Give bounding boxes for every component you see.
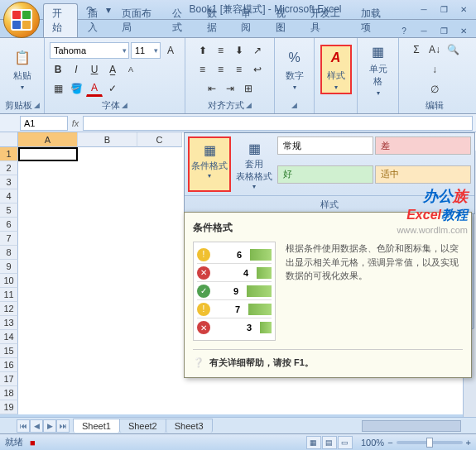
- grow-font[interactable]: A: [162, 42, 179, 59]
- office-button[interactable]: [3, 2, 40, 38]
- row-header-2[interactable]: 2: [0, 161, 18, 175]
- row-header-6[interactable]: 6: [0, 218, 18, 232]
- merge-button[interactable]: ⊞: [240, 80, 257, 97]
- help-button[interactable]: ?: [395, 24, 413, 37]
- col-header-c[interactable]: C: [137, 132, 182, 147]
- cell-grid[interactable]: [18, 147, 182, 414]
- doc-close[interactable]: ✕: [454, 24, 473, 37]
- sheet-tab-1[interactable]: Sheet1: [73, 419, 120, 433]
- wrap-text[interactable]: ↩: [249, 61, 266, 78]
- zoom-level[interactable]: 100%: [361, 438, 384, 448]
- row-header-1[interactable]: 1: [0, 147, 18, 161]
- align-left[interactable]: ≡: [195, 61, 211, 78]
- row-header-4[interactable]: 4: [0, 189, 18, 203]
- sheet-nav-prev[interactable]: ◀: [30, 419, 43, 433]
- doc-restore[interactable]: ❐: [435, 24, 453, 37]
- align-top[interactable]: ⬆: [195, 42, 211, 59]
- sheet-tab-3[interactable]: Sheet3: [166, 419, 213, 433]
- clipboard-launcher[interactable]: ◢: [34, 101, 40, 109]
- tab-developer[interactable]: 开发工具: [302, 4, 351, 37]
- row-header-18[interactable]: 18: [0, 386, 18, 400]
- autosum-button[interactable]: Σ: [408, 41, 425, 58]
- cell-style-常规[interactable]: 常规: [277, 136, 373, 155]
- phonetic-button[interactable]: ✓: [104, 80, 121, 97]
- cell-style-差[interactable]: 差: [375, 136, 471, 155]
- maximize-button[interactable]: ❐: [435, 3, 453, 17]
- fill-color-button[interactable]: 🪣: [68, 80, 84, 97]
- sheet-tab-2[interactable]: Sheet2: [119, 419, 166, 433]
- italic-button[interactable]: I: [68, 61, 84, 78]
- shrink-font[interactable]: A: [123, 61, 139, 78]
- minimize-button[interactable]: ─: [415, 3, 433, 17]
- row-header-17[interactable]: 17: [0, 372, 18, 386]
- view-layout[interactable]: ▤: [322, 436, 337, 449]
- view-pagebreak[interactable]: ▭: [338, 436, 353, 449]
- sheet-nav-last[interactable]: ⏭: [56, 419, 70, 433]
- row-header-5[interactable]: 5: [0, 203, 18, 218]
- bold-button[interactable]: B: [50, 61, 66, 78]
- horizontal-scrollbar[interactable]: [362, 420, 461, 432]
- font-name-select[interactable]: Tahoma: [50, 42, 129, 59]
- border-button[interactable]: ▦: [50, 80, 66, 97]
- view-normal[interactable]: ▦: [306, 436, 321, 449]
- row-header-8[interactable]: 8: [0, 246, 18, 260]
- cell-style-好[interactable]: 好: [277, 165, 373, 184]
- doc-minimize[interactable]: ─: [415, 24, 433, 37]
- row-header-15[interactable]: 15: [0, 344, 18, 358]
- paste-button[interactable]: 📋粘贴▾: [7, 46, 38, 93]
- select-all-corner[interactable]: [0, 132, 18, 147]
- cell-style-适中[interactable]: 适中: [375, 165, 471, 184]
- styles-button[interactable]: A样式▾: [320, 45, 352, 94]
- tab-formulas[interactable]: 公式: [164, 4, 197, 37]
- orientation[interactable]: ↗: [249, 42, 266, 59]
- row-header-11[interactable]: 11: [0, 288, 18, 302]
- clear-button[interactable]: ∅: [426, 81, 443, 98]
- row-header-3[interactable]: 3: [0, 175, 18, 189]
- row-header-16[interactable]: 16: [0, 358, 18, 372]
- format-as-table-button[interactable]: ▦套用 表格格式▾: [234, 136, 274, 192]
- col-header-a[interactable]: A: [18, 132, 78, 147]
- tab-layout[interactable]: 页面布局: [113, 4, 162, 37]
- row-header-9[interactable]: 9: [0, 260, 18, 274]
- font-launcher[interactable]: ◢: [122, 101, 127, 109]
- dbl-underline[interactable]: A̲: [104, 61, 121, 78]
- align-center[interactable]: ≡: [213, 61, 229, 78]
- row-header-14[interactable]: 14: [0, 330, 18, 344]
- conditional-format-button[interactable]: ▦条件格式▾: [188, 136, 231, 192]
- zoom-in[interactable]: +: [466, 438, 471, 448]
- tab-insert[interactable]: 插入: [79, 4, 113, 37]
- align-bottom[interactable]: ⬇: [231, 42, 248, 59]
- tab-addins[interactable]: 加载项: [353, 4, 393, 37]
- number-format-button[interactable]: %数字▾: [279, 46, 310, 93]
- tab-data[interactable]: 数据: [199, 4, 232, 37]
- row-header-12[interactable]: 12: [0, 302, 18, 316]
- cell-a1[interactable]: [18, 147, 78, 161]
- align-launcher[interactable]: ◢: [246, 101, 252, 109]
- find-button[interactable]: 🔍: [445, 41, 461, 58]
- font-size-select[interactable]: 11: [131, 42, 161, 59]
- fill-button[interactable]: ↓: [426, 61, 443, 78]
- indent-dec[interactable]: ⇤: [204, 80, 220, 97]
- tab-home[interactable]: 开始: [43, 3, 78, 37]
- name-box[interactable]: A1: [20, 116, 68, 131]
- sheet-nav-first[interactable]: ⏮: [17, 419, 30, 433]
- record-icon[interactable]: ■: [30, 438, 36, 448]
- tab-review[interactable]: 审阅: [233, 4, 266, 37]
- number-launcher[interactable]: ◢: [291, 101, 297, 109]
- close-button[interactable]: ✕: [454, 3, 473, 17]
- cells-button[interactable]: ▦单元格▾: [363, 40, 394, 98]
- sort-button[interactable]: A↓: [426, 41, 443, 58]
- row-header-19[interactable]: 19: [0, 400, 18, 414]
- tab-view[interactable]: 视图: [267, 4, 301, 37]
- align-middle[interactable]: ≡: [213, 42, 229, 59]
- sheet-nav-next[interactable]: ▶: [43, 419, 56, 433]
- row-header-10[interactable]: 10: [0, 274, 18, 288]
- font-color-button[interactable]: A: [86, 80, 103, 97]
- formula-input[interactable]: [83, 116, 473, 131]
- zoom-slider[interactable]: [397, 441, 463, 444]
- underline-button[interactable]: U: [86, 61, 103, 78]
- zoom-out[interactable]: −: [387, 438, 392, 448]
- align-right[interactable]: ≡: [231, 61, 248, 78]
- row-header-7[interactable]: 7: [0, 232, 18, 246]
- fx-button[interactable]: fx: [68, 118, 83, 128]
